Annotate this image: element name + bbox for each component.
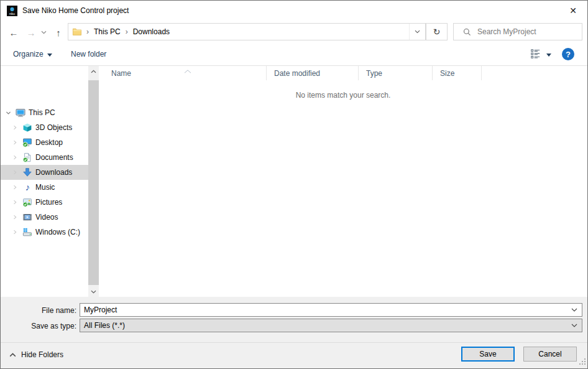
organize-label: Organize <box>13 50 44 58</box>
hide-folders-button[interactable]: Hide Folders <box>9 350 63 359</box>
sort-ascending-icon <box>184 67 191 75</box>
chevron-right-icon[interactable] <box>11 169 19 176</box>
sidebar-scrollbar[interactable] <box>88 66 99 297</box>
file-name-field <box>80 303 582 317</box>
sidebar-tree: This PC3D ObjectsDesktopDocumentsDownloa… <box>1 105 88 240</box>
sidebar-item-label: Pictures <box>35 198 62 207</box>
sidebar-item-pictures[interactable]: Pictures <box>1 195 88 210</box>
sidebar-item-3d-objects[interactable]: 3D Objects <box>1 120 88 135</box>
svg-text:♪: ♪ <box>25 182 30 192</box>
breadcrumb-item-downloads[interactable]: Downloads <box>132 27 170 36</box>
folder-icon[interactable] <box>72 27 82 37</box>
address-bar[interactable]: ›This PC›Downloads <box>68 23 426 40</box>
search-input[interactable] <box>477 27 582 36</box>
downloads-icon <box>22 167 32 177</box>
breadcrumb-separator-icon[interactable]: › <box>121 27 132 36</box>
sidebar-item-label: Videos <box>35 213 58 222</box>
music-note-icon: ♪ <box>22 182 32 192</box>
command-toolbar: Organize New folder ? <box>1 44 587 66</box>
file-name-input[interactable] <box>80 306 567 314</box>
up-icon[interactable]: ↑ <box>52 26 65 39</box>
column-header-label: Name <box>111 69 131 78</box>
cancel-button[interactable]: Cancel <box>523 347 577 362</box>
navigation-bar: ← → ↑ ›This PC›Downloads ↻ <box>1 21 587 44</box>
file-list: NameDate modifiedTypeSize No items match… <box>99 66 587 297</box>
column-header-date-modified[interactable]: Date modified <box>267 66 359 80</box>
windows-drive-icon <box>22 227 32 237</box>
documents-icon <box>22 152 32 162</box>
chevron-right-icon[interactable] <box>11 213 19 221</box>
breadcrumb-separator-icon[interactable]: › <box>82 27 93 36</box>
sidebar-item-desktop[interactable]: Desktop <box>1 135 88 150</box>
cube-3d-icon <box>22 123 32 133</box>
sidebar-item-label: This PC <box>29 108 55 117</box>
chevron-down-icon[interactable] <box>4 109 12 116</box>
column-header-name[interactable]: Name <box>99 66 267 80</box>
computer-icon <box>16 108 25 118</box>
address-chevron-down-icon[interactable] <box>409 24 425 40</box>
help-glyph: ? <box>566 50 571 59</box>
sidebar-item-label: Documents <box>35 153 73 162</box>
save-as-type-chevron-down-icon[interactable] <box>567 319 582 332</box>
chevron-right-icon[interactable] <box>11 124 19 131</box>
resize-grip[interactable] <box>579 358 586 367</box>
list-header: NameDate modifiedTypeSize <box>99 66 587 80</box>
sidebar-item-documents[interactable]: Documents <box>1 150 88 165</box>
breadcrumb-item-this-pc[interactable]: This PC <box>93 27 121 36</box>
desktop-icon <box>22 138 32 147</box>
scroll-up-icon[interactable] <box>88 66 99 77</box>
scrollbar-thumb[interactable] <box>88 80 99 285</box>
column-header-type[interactable]: Type <box>359 66 433 80</box>
view-options-icon[interactable] <box>530 49 541 59</box>
file-name-label: File name: <box>1 306 76 315</box>
main-area: This PC3D ObjectsDesktopDocumentsDownloa… <box>1 66 587 297</box>
new-folder-label: New folder <box>71 50 106 58</box>
search-box <box>453 23 582 40</box>
search-icon <box>462 27 472 37</box>
hide-folders-label: Hide Folders <box>21 350 63 359</box>
sidebar-item-label: Downloads <box>35 168 72 177</box>
back-icon[interactable]: ← <box>7 26 21 39</box>
column-header-size[interactable]: Size <box>433 66 482 80</box>
sidebar-item-windows-c[interactable]: Windows (C:) <box>1 225 88 240</box>
chevron-right-icon[interactable] <box>11 139 19 146</box>
save-as-type-select[interactable]: All Files (*.*) <box>80 319 582 332</box>
save-button[interactable]: Save <box>461 347 515 362</box>
chevron-up-icon <box>9 353 16 357</box>
breadcrumb: ›This PC›Downloads <box>82 24 170 40</box>
sidebar-item-downloads[interactable]: Downloads <box>1 165 88 180</box>
help-icon[interactable]: ? <box>562 48 574 60</box>
empty-list-message: No items match your search. <box>99 91 587 100</box>
forward-icon: → <box>24 26 38 39</box>
new-folder-button[interactable]: New folder <box>71 50 106 58</box>
scroll-down-icon[interactable] <box>88 286 99 297</box>
chevron-right-icon[interactable] <box>11 154 19 161</box>
sidebar-item-this-pc[interactable]: This PC <box>1 105 88 120</box>
footer-divider <box>1 342 587 343</box>
videos-icon <box>22 212 32 222</box>
sidebar-item-label: Desktop <box>35 138 63 147</box>
svg-text:niko: niko <box>9 12 15 15</box>
sidebar-item-label: Music <box>35 183 55 192</box>
niko-logo-icon: niko <box>7 6 17 16</box>
history-chevron-down-icon[interactable] <box>39 29 48 36</box>
column-header-label: Date modified <box>274 69 320 78</box>
save-as-type-value: All Files (*.*) <box>80 321 567 330</box>
sidebar-item-videos[interactable]: Videos <box>1 210 88 225</box>
refresh-icon[interactable]: ↻ <box>426 23 448 40</box>
close-icon[interactable]: ✕ <box>559 1 587 20</box>
file-name-chevron-down-icon[interactable] <box>567 304 582 316</box>
chevron-right-icon[interactable] <box>11 228 19 236</box>
sidebar-item-label: 3D Objects <box>35 123 72 132</box>
view-dropdown-triangle-icon[interactable] <box>546 50 551 58</box>
organize-button[interactable]: Organize <box>13 50 52 58</box>
column-header-label: Type <box>366 69 382 78</box>
save-as-type-label: Save as type: <box>1 322 76 330</box>
chevron-right-icon[interactable] <box>11 184 19 191</box>
dropdown-triangle-icon <box>47 50 52 58</box>
title-bar: niko Save Niko Home Control project ✕ <box>1 1 587 21</box>
pictures-icon <box>22 197 32 207</box>
sidebar-item-music[interactable]: ♪Music <box>1 180 88 195</box>
chevron-right-icon[interactable] <box>11 199 19 206</box>
window-title: Save Niko Home Control project <box>22 6 129 15</box>
